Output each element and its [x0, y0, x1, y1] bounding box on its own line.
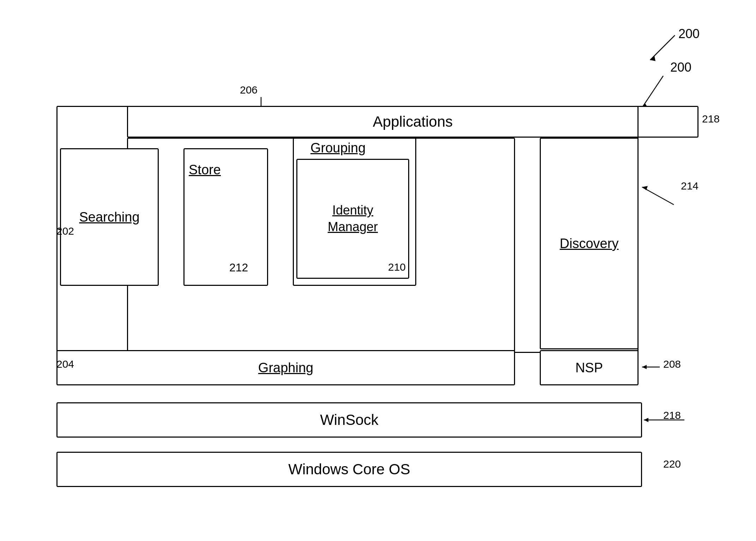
ref-206-label: 206 [240, 84, 258, 96]
winsock-label: WinSock [320, 411, 379, 428]
ref-200-area: 200 [629, 28, 700, 72]
ref-214-label: 214 [681, 180, 698, 192]
svg-text:200: 200 [678, 28, 700, 41]
identity-manager-label: Identity Manager [328, 202, 378, 235]
graphing-label: Graphing [258, 360, 313, 375]
svg-marker-18 [650, 56, 655, 61]
windows-core-os-bar: Windows Core OS [56, 452, 642, 487]
discovery-box: Discovery [540, 138, 639, 349]
svg-line-0 [642, 76, 663, 108]
searching-label: Searching [79, 210, 139, 225]
ref-218-top-label: 218 [702, 113, 720, 125]
graphing-box: Graphing [56, 350, 515, 385]
ref-218-winsock-label: 218 [663, 409, 681, 421]
nsp-label: NSP [575, 360, 603, 375]
ref-220-label: 220 [663, 458, 681, 470]
diagram: 200 206 Applications 218 Searching Store… [56, 42, 698, 466]
identity-line2: Manager [328, 220, 378, 234]
identity-manager-box: Identity Manager [296, 159, 409, 279]
identity-line1: Identity [332, 203, 373, 217]
svg-marker-12 [642, 365, 647, 369]
grouping-label: Grouping [310, 140, 365, 156]
winsock-bar: WinSock [56, 402, 642, 438]
store-num: 212 [229, 261, 248, 274]
ref-204-label: 204 [56, 358, 74, 370]
svg-line-5 [642, 187, 674, 205]
windows-core-os-label: Windows Core OS [288, 461, 410, 478]
identity-num: 210 [388, 261, 406, 273]
discovery-label: Discovery [560, 236, 619, 251]
ref-202-label: 202 [56, 225, 74, 237]
ref-200-arrow-svg: 200 [629, 28, 700, 71]
svg-marker-14 [644, 418, 648, 422]
searching-box: Searching [60, 148, 159, 286]
store-label: Store [189, 162, 221, 178]
svg-marker-6 [642, 186, 648, 190]
nsp-box: NSP [540, 350, 639, 385]
ref-208-label: 208 [663, 358, 681, 370]
